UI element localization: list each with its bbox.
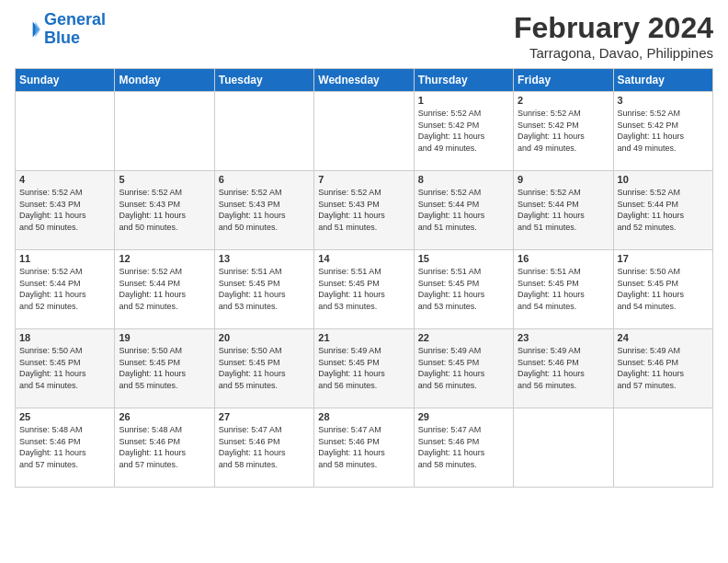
day-number: 5	[119, 174, 210, 185]
day-number: 14	[318, 253, 409, 264]
calendar-cell: 27Sunrise: 5:47 AM Sunset: 5:46 PM Dayli…	[214, 408, 313, 488]
day-number: 3	[618, 95, 709, 106]
day-info: Sunrise: 5:47 AM Sunset: 5:46 PM Dayligh…	[219, 424, 310, 470]
day-info: Sunrise: 5:52 AM Sunset: 5:44 PM Dayligh…	[518, 187, 609, 233]
calendar-table: Sunday Monday Tuesday Wednesday Thursday…	[15, 68, 713, 488]
subtitle: Tarragona, Davao, Philippines	[514, 45, 713, 61]
day-number: 23	[518, 332, 609, 343]
col-sunday: Sunday	[16, 69, 115, 92]
day-number: 22	[418, 332, 509, 343]
day-info: Sunrise: 5:49 AM Sunset: 5:46 PM Dayligh…	[618, 345, 709, 391]
col-thursday: Thursday	[414, 69, 513, 92]
day-number: 4	[19, 174, 110, 185]
day-info: Sunrise: 5:48 AM Sunset: 5:46 PM Dayligh…	[119, 424, 210, 470]
calendar-cell: 22Sunrise: 5:49 AM Sunset: 5:45 PM Dayli…	[414, 329, 513, 408]
day-info: Sunrise: 5:52 AM Sunset: 5:42 PM Dayligh…	[518, 108, 609, 154]
day-number: 11	[19, 253, 110, 264]
logo: General Blue	[15, 11, 106, 48]
day-info: Sunrise: 5:50 AM Sunset: 5:45 PM Dayligh…	[119, 345, 210, 391]
calendar-cell: 26Sunrise: 5:48 AM Sunset: 5:46 PM Dayli…	[115, 408, 214, 488]
day-info: Sunrise: 5:52 AM Sunset: 5:42 PM Dayligh…	[618, 108, 709, 154]
day-number: 6	[219, 174, 310, 185]
calendar-cell	[16, 92, 115, 171]
calendar-cell: 3Sunrise: 5:52 AM Sunset: 5:42 PM Daylig…	[613, 92, 712, 171]
calendar-cell: 18Sunrise: 5:50 AM Sunset: 5:45 PM Dayli…	[16, 329, 115, 408]
day-info: Sunrise: 5:51 AM Sunset: 5:45 PM Dayligh…	[418, 266, 509, 312]
calendar-cell	[514, 408, 613, 488]
day-info: Sunrise: 5:49 AM Sunset: 5:45 PM Dayligh…	[318, 345, 409, 391]
page: General Blue February 2024 Tarragona, Da…	[0, 0, 728, 563]
main-title: February 2024	[514, 11, 713, 45]
calendar-cell: 7Sunrise: 5:52 AM Sunset: 5:43 PM Daylig…	[314, 171, 414, 250]
day-info: Sunrise: 5:50 AM Sunset: 5:45 PM Dayligh…	[618, 266, 709, 312]
day-info: Sunrise: 5:52 AM Sunset: 5:44 PM Dayligh…	[119, 266, 210, 312]
calendar-cell: 24Sunrise: 5:49 AM Sunset: 5:46 PM Dayli…	[613, 329, 712, 408]
day-number: 2	[518, 95, 609, 106]
calendar-cell: 11Sunrise: 5:52 AM Sunset: 5:44 PM Dayli…	[16, 250, 115, 329]
day-info: Sunrise: 5:52 AM Sunset: 5:43 PM Dayligh…	[318, 187, 409, 233]
day-number: 16	[518, 253, 609, 264]
col-monday: Monday	[115, 69, 214, 92]
calendar-cell: 20Sunrise: 5:50 AM Sunset: 5:45 PM Dayli…	[214, 329, 313, 408]
calendar-cell: 29Sunrise: 5:47 AM Sunset: 5:46 PM Dayli…	[414, 408, 513, 488]
day-number: 8	[418, 174, 509, 185]
day-number: 28	[318, 411, 409, 422]
day-number: 10	[618, 174, 709, 185]
day-info: Sunrise: 5:48 AM Sunset: 5:46 PM Dayligh…	[19, 424, 110, 470]
header: General Blue February 2024 Tarragona, Da…	[15, 11, 713, 61]
day-number: 13	[219, 253, 310, 264]
day-number: 17	[618, 253, 709, 264]
calendar-cell	[214, 92, 313, 171]
day-number: 26	[119, 411, 210, 422]
day-number: 1	[418, 95, 509, 106]
day-info: Sunrise: 5:51 AM Sunset: 5:45 PM Dayligh…	[318, 266, 409, 312]
calendar-cell: 28Sunrise: 5:47 AM Sunset: 5:46 PM Dayli…	[314, 408, 414, 488]
day-number: 15	[418, 253, 509, 264]
logo-line1: General	[44, 10, 106, 29]
day-info: Sunrise: 5:47 AM Sunset: 5:46 PM Dayligh…	[318, 424, 409, 470]
day-info: Sunrise: 5:52 AM Sunset: 5:42 PM Dayligh…	[418, 108, 509, 154]
day-info: Sunrise: 5:52 AM Sunset: 5:43 PM Dayligh…	[219, 187, 310, 233]
calendar-cell	[115, 92, 214, 171]
day-info: Sunrise: 5:51 AM Sunset: 5:45 PM Dayligh…	[518, 266, 609, 312]
calendar-cell: 2Sunrise: 5:52 AM Sunset: 5:42 PM Daylig…	[514, 92, 613, 171]
calendar-cell: 9Sunrise: 5:52 AM Sunset: 5:44 PM Daylig…	[514, 171, 613, 250]
week-row-2: 4Sunrise: 5:52 AM Sunset: 5:43 PM Daylig…	[16, 171, 713, 250]
logo-text: General Blue	[44, 11, 106, 48]
day-number: 19	[119, 332, 210, 343]
day-number: 24	[618, 332, 709, 343]
day-info: Sunrise: 5:50 AM Sunset: 5:45 PM Dayligh…	[19, 345, 110, 391]
calendar-cell: 12Sunrise: 5:52 AM Sunset: 5:44 PM Dayli…	[115, 250, 214, 329]
calendar-cell: 13Sunrise: 5:51 AM Sunset: 5:45 PM Dayli…	[214, 250, 313, 329]
calendar-cell: 8Sunrise: 5:52 AM Sunset: 5:44 PM Daylig…	[414, 171, 513, 250]
calendar-cell: 16Sunrise: 5:51 AM Sunset: 5:45 PM Dayli…	[514, 250, 613, 329]
calendar-cell: 15Sunrise: 5:51 AM Sunset: 5:45 PM Dayli…	[414, 250, 513, 329]
day-number: 21	[318, 332, 409, 343]
day-number: 20	[219, 332, 310, 343]
week-row-5: 25Sunrise: 5:48 AM Sunset: 5:46 PM Dayli…	[16, 408, 713, 488]
day-info: Sunrise: 5:51 AM Sunset: 5:45 PM Dayligh…	[219, 266, 310, 312]
day-info: Sunrise: 5:50 AM Sunset: 5:45 PM Dayligh…	[219, 345, 310, 391]
calendar-cell: 10Sunrise: 5:52 AM Sunset: 5:44 PM Dayli…	[613, 171, 712, 250]
calendar-cell	[314, 92, 414, 171]
calendar-cell: 1Sunrise: 5:52 AM Sunset: 5:42 PM Daylig…	[414, 92, 513, 171]
day-info: Sunrise: 5:49 AM Sunset: 5:45 PM Dayligh…	[418, 345, 509, 391]
day-number: 29	[418, 411, 509, 422]
day-info: Sunrise: 5:52 AM Sunset: 5:44 PM Dayligh…	[418, 187, 509, 233]
calendar-cell: 5Sunrise: 5:52 AM Sunset: 5:43 PM Daylig…	[115, 171, 214, 250]
week-row-3: 11Sunrise: 5:52 AM Sunset: 5:44 PM Dayli…	[16, 250, 713, 329]
calendar-cell: 6Sunrise: 5:52 AM Sunset: 5:43 PM Daylig…	[214, 171, 313, 250]
day-info: Sunrise: 5:52 AM Sunset: 5:44 PM Dayligh…	[19, 266, 110, 312]
day-number: 7	[318, 174, 409, 185]
calendar-cell: 14Sunrise: 5:51 AM Sunset: 5:45 PM Dayli…	[314, 250, 414, 329]
calendar-cell: 4Sunrise: 5:52 AM Sunset: 5:43 PM Daylig…	[16, 171, 115, 250]
col-wednesday: Wednesday	[314, 69, 414, 92]
day-info: Sunrise: 5:47 AM Sunset: 5:46 PM Dayligh…	[418, 424, 509, 470]
logo-line2: Blue	[44, 29, 80, 47]
calendar-cell: 17Sunrise: 5:50 AM Sunset: 5:45 PM Dayli…	[613, 250, 712, 329]
day-number: 12	[119, 253, 210, 264]
calendar-cell: 21Sunrise: 5:49 AM Sunset: 5:45 PM Dayli…	[314, 329, 414, 408]
week-row-1: 1Sunrise: 5:52 AM Sunset: 5:42 PM Daylig…	[16, 92, 713, 171]
col-tuesday: Tuesday	[214, 69, 313, 92]
logo-icon	[15, 17, 40, 42]
